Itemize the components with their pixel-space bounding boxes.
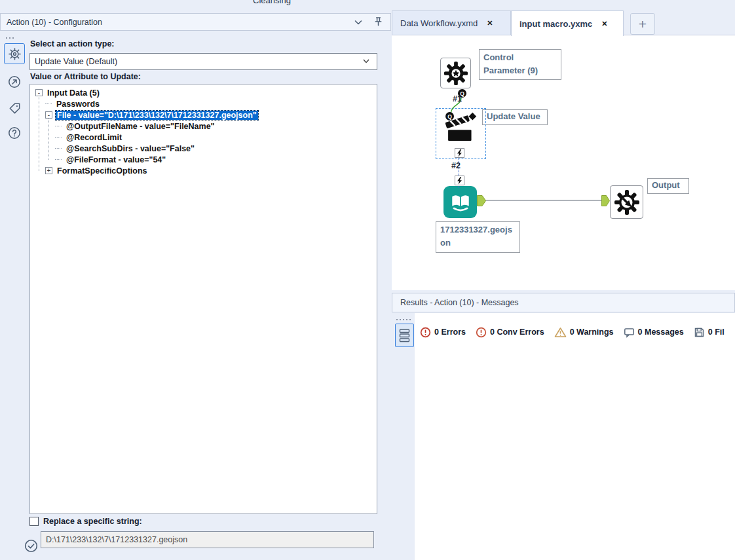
- open-book-icon: [447, 189, 474, 215]
- tree-item[interactable]: @FileFormat - value="54": [30, 154, 377, 165]
- macro-output-annotation[interactable]: Output: [647, 178, 689, 194]
- toolbar-drag-handle[interactable]: [6, 37, 22, 39]
- status-file[interactable]: 0 Fil: [694, 327, 725, 338]
- output-anchor[interactable]: [477, 195, 486, 206]
- tree-item[interactable]: +FormatSpecificOptions: [30, 165, 377, 176]
- tab-data-workflow[interactable]: Data Workflow.yxmd ✕: [392, 10, 511, 35]
- annotation-text: Control Parameter (9): [483, 52, 538, 75]
- annotation-text: 1712331327.geojson: [440, 225, 512, 248]
- tab-input-macro[interactable]: input macro.yxmc ✕: [511, 10, 624, 36]
- configuration-tab-gear-icon[interactable]: [4, 43, 25, 64]
- tree-item-label: Passwords: [55, 100, 101, 109]
- tree-leader-line: [55, 126, 62, 126]
- tree-leader-line: [55, 159, 62, 160]
- tree-item[interactable]: -File - value="D:\171\233\132\7\17123313…: [30, 109, 377, 121]
- action-type-dropdown[interactable]: Update Value (Default): [29, 53, 377, 70]
- control-parameter-annotation[interactable]: Control Parameter (9): [479, 49, 561, 80]
- replace-string-checkbox[interactable]: [29, 517, 39, 526]
- status-label: 0 Conv Errors: [490, 327, 544, 337]
- replace-string-row: Replace a specific string:: [29, 517, 142, 526]
- replace-string-label: Replace a specific string:: [43, 517, 142, 526]
- expand-icon[interactable]: +: [45, 167, 52, 174]
- action-anchor-bolt-icon: [455, 148, 464, 158]
- close-tab-icon[interactable]: ✕: [487, 19, 493, 28]
- status-label: 0 Warnings: [570, 327, 614, 337]
- alteryx-designer-window: { "ribbon": { "category_label": "Cleansi…: [0, 0, 735, 560]
- config-side-toolbar: [0, 31, 28, 560]
- status-label: 0 Errors: [434, 327, 466, 337]
- control-parameter-tool[interactable]: [440, 58, 471, 88]
- file-save-icon: [694, 327, 705, 338]
- status-warning[interactable]: 0 Warnings: [554, 327, 614, 338]
- replace-string-value: D:\171\233\132\7\1712331327.geojson: [46, 535, 187, 544]
- q-anchor-badge: Q: [445, 112, 454, 121]
- configuration-panel-header: Action (10) - Configuration: [0, 13, 391, 31]
- results-message-area: [415, 313, 735, 560]
- annotation-tag-icon[interactable]: [4, 98, 25, 119]
- status-label: 0 Fil: [708, 327, 725, 337]
- attribute-tree-label: Value or Attribute to Update:: [30, 72, 141, 81]
- status-error[interactable]: 0 Errors: [420, 327, 466, 338]
- warning-icon: [554, 327, 567, 338]
- input-data-tool[interactable]: [443, 186, 477, 218]
- status-message[interactable]: 0 Messages: [624, 327, 684, 338]
- action-type-selected-value: Update Value (Default): [35, 57, 117, 66]
- tab-label: Data Workflow.yxmd: [400, 18, 478, 28]
- input-data-annotation[interactable]: 1712331327.geojson: [436, 221, 520, 253]
- results-status-bar: 0 Errors 0 Conv Errors 0 Warnings 0 Mess…: [420, 325, 725, 339]
- results-panel-header: Results - Action (10) - Messages: [392, 293, 735, 312]
- results-listview-icon[interactable]: [395, 324, 414, 347]
- macro-output-tool[interactable]: [610, 185, 643, 219]
- collapse-icon[interactable]: -: [45, 111, 52, 119]
- tree-item[interactable]: @OutputFileName - value="FileName": [30, 121, 377, 132]
- results-panel-title: Results - Action (10) - Messages: [400, 298, 519, 307]
- close-tab-icon[interactable]: ✕: [601, 20, 607, 28]
- action-annotation[interactable]: Update Value: [482, 109, 548, 125]
- tree-item-label: FormatSpecificOptions: [56, 166, 149, 176]
- attribute-tree: -Input Data (5)Passwords-File - value="D…: [29, 84, 377, 514]
- pin-panel-icon[interactable]: [373, 16, 384, 28]
- error-icon: [420, 327, 431, 338]
- tree-item-label: Input Data (5): [46, 88, 101, 98]
- tree-leader-line: [55, 137, 62, 138]
- tree-item-label: @RecordLimit: [65, 133, 123, 142]
- action-type-label: Select an action type:: [30, 39, 115, 48]
- tree-item-label: @OutputFileName - value="FileName": [65, 122, 216, 131]
- tree-leader-line: [45, 103, 52, 104]
- input-anchor-bolt-icon: [455, 176, 464, 185]
- connection-wire[interactable]: [485, 200, 603, 201]
- collapse-panel-chevron-icon[interactable]: [353, 17, 364, 28]
- tab-label: input macro.yxmc: [519, 19, 592, 29]
- tree-leader-line: [55, 148, 62, 149]
- connection-label-2: #2: [451, 161, 461, 170]
- collapse-icon[interactable]: -: [35, 89, 43, 96]
- configuration-panel-title: Action (10) - Configuration: [7, 18, 102, 27]
- status-conv-error[interactable]: 0 Conv Errors: [476, 327, 544, 338]
- annotation-text: Update Value: [487, 111, 540, 121]
- message-bubble-icon: [624, 327, 635, 338]
- tree-item[interactable]: -Input Data (5): [30, 87, 377, 98]
- tree-item[interactable]: @RecordLimit: [30, 132, 377, 143]
- conv-error-icon: [476, 327, 487, 338]
- control-parameter-gear-icon: [443, 61, 468, 86]
- tree-item-label: @SearchSubDirs - value="False": [65, 144, 196, 153]
- results-side-strip: [392, 313, 415, 560]
- tree-item[interactable]: Passwords: [30, 98, 377, 109]
- replace-string-field: D:\171\233\132\7\1712331327.geojson: [41, 531, 374, 548]
- tree-item-label: File - value="D:\171\233\132\7\171233132…: [56, 111, 258, 120]
- tree-item-label: @FileFormat - value="54": [65, 155, 167, 164]
- new-tab-button[interactable]: +: [630, 13, 655, 35]
- annotation-text: Output: [652, 180, 680, 190]
- status-label: 0 Messages: [638, 327, 684, 337]
- navigation-tab-icon[interactable]: [4, 71, 25, 92]
- tree-item[interactable]: @SearchSubDirs - value="False": [30, 143, 377, 154]
- output-gear-arrow-icon: [614, 189, 640, 215]
- input-anchor[interactable]: [601, 195, 610, 206]
- dropdown-chevron-icon: [362, 56, 371, 67]
- connection-label-1: #1: [453, 94, 462, 103]
- help-question-icon[interactable]: [4, 122, 25, 143]
- validation-check-icon: [24, 538, 39, 556]
- ribbon-category-label: Cleansing: [216, 0, 328, 5]
